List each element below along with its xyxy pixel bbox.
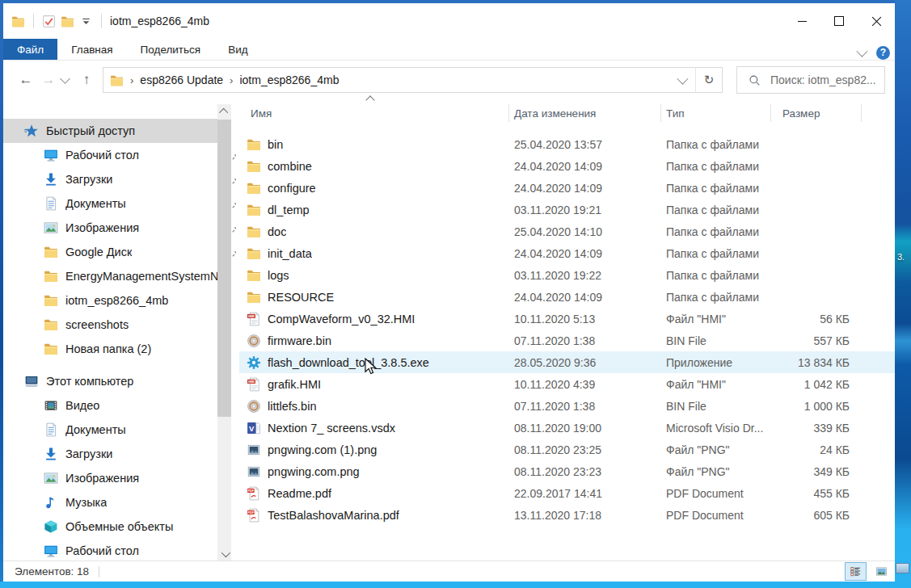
file-type: Папка с файлами — [661, 204, 771, 216]
file-type: Приложение — [661, 356, 771, 369]
close-button[interactable] — [858, 3, 895, 39]
column-header-date[interactable]: Дата изменения — [509, 104, 661, 122]
file-row[interactable]: flash_download_tool_3.8.5.exe 28.05.2020… — [239, 351, 895, 373]
sidebar-item[interactable]: Рабочий стол — [3, 143, 236, 167]
sidebar-item-icon — [44, 495, 58, 510]
file-date: 10.11.2020 5:13 — [509, 313, 661, 326]
scrollbar-thumb[interactable] — [217, 120, 231, 417]
file-row[interactable]: Nextion 7_ screens.vsdx 08.11.2020 19:00… — [239, 417, 895, 439]
file-type-icon — [247, 421, 261, 435]
file-row[interactable]: TestBalashovaMarina.pdf 13.11.2020 17:18… — [239, 504, 895, 526]
file-name-cell: combine — [239, 159, 509, 174]
customize-toolbar-dropdown-icon[interactable] — [79, 15, 93, 28]
sidebar-scrollbar[interactable] — [217, 104, 231, 561]
details-view-button[interactable] — [845, 562, 867, 581]
file-date: 03.11.2020 19:22 — [509, 269, 661, 282]
sidebar-item[interactable]: screenshots — [3, 313, 236, 337]
file-list-pane: Имя Дата изменения Тип Размер bin 25.04.… — [236, 99, 895, 561]
sidebar-item[interactable]: EnergyManagementSystemN — [3, 264, 236, 288]
sidebar-item-label: Новая папка (2) — [65, 342, 151, 355]
file-row[interactable]: pngwing.com (1).png 08.11.2020 23:25 Фай… — [239, 439, 895, 460]
file-date: 13.11.2020 17:18 — [509, 509, 661, 522]
file-row[interactable]: combine 24.04.2020 14:09 Папка с файлами — [239, 155, 895, 177]
file-row[interactable]: logs 03.11.2020 19:22 Папка с файлами — [239, 264, 895, 286]
scroll-down-icon[interactable] — [217, 547, 231, 561]
address-bar[interactable]: › esp8266 Update › iotm_esp8266_4mb — [103, 67, 696, 93]
file-row[interactable]: littlefs.bin 07.11.2020 1:38 BIN File 1 … — [239, 395, 895, 417]
sidebar-item[interactable]: Быстрый доступ — [3, 119, 230, 143]
column-header-type[interactable]: Тип — [661, 104, 771, 122]
sidebar-item-icon — [44, 471, 58, 485]
file-name: pngwing.com (1).png — [268, 443, 377, 456]
sidebar-item-label: Документы — [65, 423, 126, 436]
sidebar-item[interactable]: Загрузки — [3, 167, 236, 191]
new-folder-icon[interactable] — [61, 15, 74, 28]
file-row[interactable]: Readme.pdf 22.09.2017 14:41 PDF Document… — [239, 482, 895, 504]
search-input[interactable] — [769, 73, 877, 87]
items-count: Элементов: 18 — [15, 565, 89, 578]
file-size: 557 КБ — [771, 334, 862, 347]
maximize-button[interactable] — [820, 3, 858, 39]
back-button[interactable]: ← — [15, 72, 37, 88]
title-bar: iotm_esp8266_4mb — [3, 3, 895, 39]
sidebar-item[interactable]: Видео — [3, 393, 236, 418]
file-size: 1 042 КБ — [771, 378, 862, 391]
properties-checkbox-icon[interactable] — [42, 15, 56, 28]
file-row[interactable]: configure 24.04.2020 14:09 Папка с файла… — [239, 177, 895, 199]
refresh-button[interactable]: ↻ — [695, 67, 723, 93]
sidebar-item-icon — [44, 519, 58, 534]
file-type: Папка с файлами — [661, 269, 771, 282]
file-row[interactable]: doc 25.04.2020 14:10 Папка с файлами — [239, 220, 895, 242]
sidebar-item[interactable]: Новая папка (2) — [3, 337, 236, 361]
sidebar-item[interactable]: Изображения — [3, 466, 236, 490]
file-date: 25.04.2020 13:57 — [509, 138, 661, 151]
breadcrumb-item[interactable]: › esp8266 Update — [124, 74, 223, 86]
sidebar-item[interactable]: Google Диск — [3, 240, 236, 264]
file-date: 08.11.2020 23:23 — [509, 465, 661, 478]
file-row[interactable]: init_data 24.04.2020 14:09 Папка с файла… — [239, 242, 895, 264]
file-date: 07.11.2020 1:38 — [509, 334, 661, 347]
ribbon-tab[interactable]: Файл — [3, 39, 57, 60]
ribbon-tab[interactable]: Поделиться — [127, 39, 215, 60]
minimize-button[interactable] — [783, 3, 820, 39]
file-row[interactable]: RESOURCE 24.04.2020 14:09 Папка с файлам… — [239, 286, 895, 308]
column-header-name[interactable]: Имя — [239, 104, 509, 122]
sidebar-item-label: screenshots — [65, 318, 129, 331]
file-row[interactable]: firmware.bin 07.11.2020 1:38 BIN File 55… — [239, 330, 895, 351]
sidebar-item[interactable]: Объемные объекты — [3, 514, 236, 539]
ribbon-tab[interactable]: Вид — [214, 39, 261, 60]
up-button[interactable]: ↑ — [75, 72, 98, 88]
file-row[interactable]: bin 25.04.2020 13:57 Папка с файлами — [239, 133, 895, 155]
sidebar-item[interactable]: Изображения — [3, 216, 236, 240]
file-type-icon — [247, 203, 261, 217]
file-name-cell: init_data — [239, 246, 509, 261]
sidebar-item-icon — [44, 342, 58, 356]
address-dropdown-button[interactable] — [668, 76, 695, 84]
file-row[interactable]: pngwing.com.png 08.11.2020 23:23 Файл "P… — [239, 460, 895, 482]
file-row[interactable]: dl_temp 03.11.2020 19:21 Папка с файлами — [239, 199, 895, 220]
thumbnails-view-button[interactable] — [871, 562, 892, 581]
sidebar-item[interactable]: Музыка — [3, 490, 236, 514]
ribbon-tab[interactable]: Главная — [57, 39, 126, 60]
sidebar-item-label: Быстрый доступ — [46, 124, 135, 137]
file-name: Readme.pdf — [268, 487, 331, 500]
sidebar-item[interactable]: iotm_esp8266_4mb — [3, 288, 236, 313]
forward-button[interactable]: → — [37, 72, 60, 88]
file-size: 13 834 КБ — [771, 356, 862, 369]
file-row[interactable]: CompWaveform_v0_32.HMI 10.11.2020 5:13 Ф… — [239, 308, 895, 330]
file-name: logs — [268, 269, 289, 282]
file-name: RESOURCE — [268, 291, 334, 304]
file-row[interactable]: grafik.HMI 10.11.2020 4:39 Файл "HMI" 1 … — [239, 373, 895, 395]
file-type: Папка с файлами — [661, 291, 771, 304]
sidebar-item[interactable]: Документы — [3, 191, 236, 216]
search-box[interactable] — [736, 66, 885, 94]
sidebar-item[interactable]: Загрузки — [3, 442, 236, 466]
address-bar-group: › esp8266 Update › iotm_esp8266_4mb ↻ — [103, 67, 723, 93]
sidebar-item[interactable]: Документы — [3, 418, 236, 442]
scroll-up-icon[interactable] — [217, 104, 231, 118]
sidebar-item[interactable]: Этот компьютер — [3, 369, 230, 393]
sidebar-item[interactable]: Рабочий стол — [3, 539, 236, 561]
recent-locations-icon[interactable] — [60, 74, 70, 84]
breadcrumb-item[interactable]: › iotm_esp8266_4mb — [223, 74, 339, 86]
column-header-size[interactable]: Размер — [771, 104, 862, 122]
